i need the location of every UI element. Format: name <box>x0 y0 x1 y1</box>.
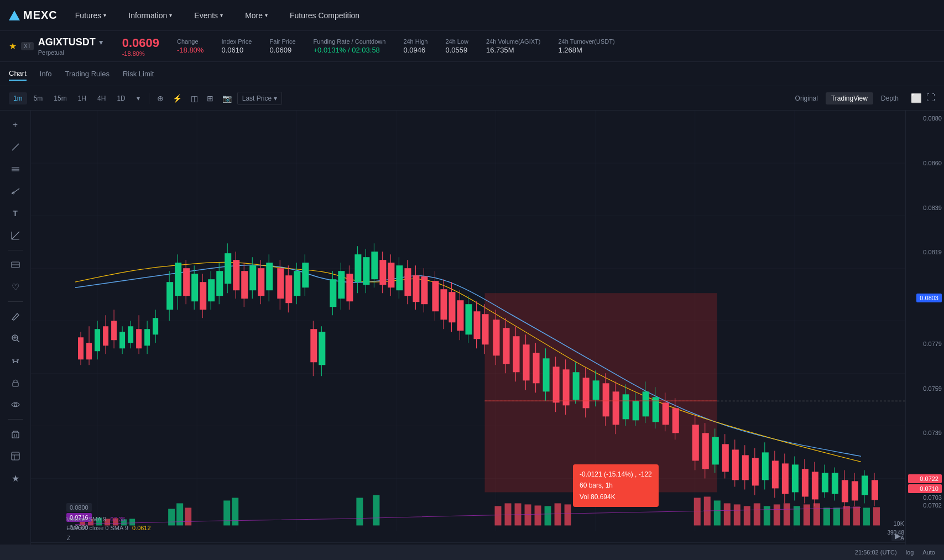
svg-rect-234 <box>565 504 571 525</box>
svg-rect-252 <box>863 507 870 525</box>
tf-1m[interactable]: 1m <box>9 92 27 104</box>
high-item: 24h High 0.0946 <box>403 38 427 54</box>
lock-tool[interactable] <box>6 373 25 392</box>
logo: MEXC <box>9 9 58 22</box>
nav-information[interactable]: Information ▾ <box>124 9 176 22</box>
turnover-label: 24h Turnover(USDT) <box>558 38 614 45</box>
view-tradingview[interactable]: TradingView <box>826 92 873 104</box>
turnover-item: 24h Turnover(USDT) 1.268M <box>558 38 614 54</box>
candles-rise <box>166 243 273 321</box>
window-icon[interactable]: ⬜ <box>911 93 922 103</box>
svg-rect-100 <box>330 279 336 307</box>
svg-rect-44 <box>86 343 92 359</box>
price-level-0860: 0.0860 <box>908 160 942 166</box>
indicator-tool[interactable]: ⚡ <box>169 92 185 105</box>
svg-rect-70 <box>200 282 206 310</box>
svg-rect-76 <box>225 253 231 284</box>
tf-4h[interactable]: 4H <box>93 92 110 104</box>
svg-rect-231 <box>535 505 541 525</box>
zoom-tool[interactable] <box>6 328 25 348</box>
price-level-0880: 0.0880 <box>908 115 942 122</box>
star-tool[interactable]: ★ <box>6 468 25 488</box>
time-axis-z: Z <box>67 535 70 541</box>
template-tool[interactable] <box>6 446 25 466</box>
svg-rect-96 <box>310 329 317 362</box>
status-auto: Auto <box>922 549 935 556</box>
svg-rect-237 <box>714 500 721 525</box>
chart-area[interactable]: 0.0880 0.0860 0.0839 0.0819 0.0803 0.077… <box>31 111 944 560</box>
gann-tool[interactable] <box>6 226 25 245</box>
symbol-dropdown-btn[interactable]: ▼ <box>98 39 105 46</box>
pencil-tool[interactable] <box>6 306 25 326</box>
magnet-tool[interactable] <box>6 350 25 370</box>
svg-point-16 <box>14 404 17 406</box>
svg-rect-138 <box>493 320 500 355</box>
view-original[interactable]: Original <box>790 92 823 104</box>
nav-futures-competition[interactable]: Futures Competition <box>285 9 364 22</box>
logo-icon <box>9 11 20 20</box>
change-label: Change <box>177 38 204 45</box>
svg-rect-46 <box>95 329 100 351</box>
ray-tool[interactable] <box>6 181 25 201</box>
favorite-star[interactable]: ★ <box>9 41 17 51</box>
crosshair-button[interactable]: + <box>6 115 25 135</box>
drawing-tool[interactable]: ◫ <box>187 92 201 105</box>
svg-rect-194 <box>782 463 789 494</box>
line-tool[interactable] <box>6 159 25 179</box>
tab-info[interactable]: Info <box>40 67 52 80</box>
svg-rect-222 <box>185 507 191 525</box>
tf-1h[interactable]: 1H <box>74 92 91 104</box>
svg-rect-251 <box>853 506 860 525</box>
svg-rect-249 <box>833 507 840 525</box>
svg-rect-110 <box>371 252 378 279</box>
price-badge-0710: 0.0710 <box>908 484 942 493</box>
text-tool[interactable]: T <box>6 203 25 223</box>
nav-events[interactable]: Events ▾ <box>190 9 227 22</box>
svg-rect-228 <box>505 503 512 525</box>
volume-sma-info: Volume SMA 9 67.35 <box>66 516 126 522</box>
price-level-0779: 0.0779 <box>908 341 942 347</box>
svg-rect-118 <box>404 268 411 296</box>
tab-chart[interactable]: Chart <box>9 67 27 81</box>
nav-more[interactable]: More ▾ <box>241 9 272 22</box>
volume-390: 390.48 <box>887 530 904 536</box>
tf-more-dropdown[interactable]: ▾ <box>132 92 144 104</box>
tab-risk-limit[interactable]: Risk Limit <box>123 67 154 80</box>
svg-rect-156 <box>583 378 590 408</box>
fullscreen-icon[interactable]: ⛶ <box>926 93 935 103</box>
svg-rect-112 <box>379 260 386 285</box>
view-depth[interactable]: Depth <box>875 92 904 104</box>
svg-rect-239 <box>734 504 740 525</box>
crosshair-tool[interactable]: ⊕ <box>154 92 167 105</box>
svg-rect-146 <box>533 353 540 383</box>
svg-rect-223 <box>223 500 230 525</box>
xt-badge: XT <box>21 42 34 50</box>
svg-rect-104 <box>346 274 353 301</box>
svg-rect-92 <box>294 271 300 296</box>
last-price-arrow: ▾ <box>274 95 277 102</box>
svg-rect-62 <box>166 282 173 310</box>
candles-final <box>692 415 878 509</box>
settings-tool[interactable]: ⊞ <box>204 92 217 105</box>
change-value: -18.80% <box>177 46 204 54</box>
svg-rect-152 <box>563 369 570 405</box>
pen-tool[interactable] <box>6 137 25 157</box>
tf-5m[interactable]: 5m <box>29 92 48 104</box>
camera-tool[interactable]: 📷 <box>219 92 235 105</box>
heart-tool[interactable]: ♡ <box>6 277 25 297</box>
svg-rect-176 <box>692 425 699 460</box>
svg-rect-160 <box>603 383 609 416</box>
svg-rect-208 <box>852 481 858 500</box>
eye-tool[interactable] <box>6 395 25 415</box>
last-price-btn[interactable]: Last Price ▾ <box>237 92 282 105</box>
nav-futures[interactable]: Futures ▾ <box>71 9 111 22</box>
svg-rect-66 <box>183 268 190 296</box>
svg-rect-60 <box>153 318 158 334</box>
pattern-tool[interactable] <box>6 255 25 275</box>
candles-bounce <box>277 254 325 376</box>
svg-rect-250 <box>843 506 850 525</box>
tf-15m[interactable]: 15m <box>49 92 71 104</box>
tab-trading-rules[interactable]: Trading Rules <box>65 67 109 80</box>
tf-1d[interactable]: 1D <box>112 92 129 104</box>
delete-tool[interactable] <box>6 424 25 444</box>
